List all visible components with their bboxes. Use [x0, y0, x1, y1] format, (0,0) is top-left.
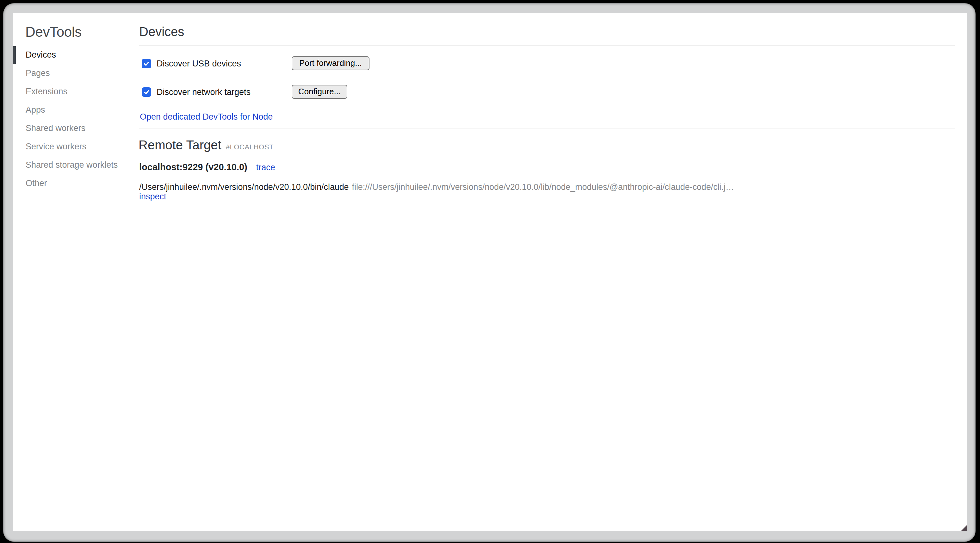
page-title: Devices	[139, 25, 184, 38]
open-node-devtools-link[interactable]: Open dedicated DevTools for Node	[140, 112, 273, 121]
sidebar-item-label: Pages	[25, 68, 50, 78]
page-content: DevTools Devices Pages Extensions Apps S…	[13, 12, 967, 531]
port-forwarding-button[interactable]: Port forwarding...	[292, 56, 369, 70]
divider	[139, 128, 955, 129]
discover-network-row: Discover network targets	[142, 85, 251, 99]
target-row: localhost:9229 (v20.10.0) trace	[139, 162, 275, 172]
target-path-row: /Users/jinhuilee/.nvm/versions/node/v20.…	[139, 182, 734, 191]
sidebar-item-label: Service workers	[25, 142, 86, 151]
screen: DevTools Devices Pages Extensions Apps S…	[0, 0, 980, 543]
sidebar: Devices Pages Extensions Apps Shared wor…	[13, 46, 138, 193]
sidebar-item-other[interactable]: Other	[13, 174, 138, 193]
sidebar-item-label: Apps	[25, 105, 45, 115]
sidebar-title: DevTools	[25, 24, 82, 39]
sidebar-item-label: Extensions	[25, 87, 67, 96]
discover-network-checkbox[interactable]	[142, 87, 151, 97]
sidebar-item-shared-storage-worklets[interactable]: Shared storage worklets	[13, 156, 138, 174]
sidebar-item-shared-workers[interactable]: Shared workers	[13, 119, 138, 137]
configure-button[interactable]: Configure...	[292, 84, 347, 99]
discover-usb-checkbox[interactable]	[142, 59, 151, 68]
app-window: DevTools Devices Pages Extensions Apps S…	[3, 3, 975, 542]
discover-usb-label: Discover USB devices	[157, 59, 241, 68]
trace-link[interactable]: trace	[256, 162, 275, 172]
remote-target-title: Remote Target	[138, 138, 221, 152]
checkmark-icon	[143, 88, 150, 95]
sidebar-item-devices[interactable]: Devices	[13, 46, 138, 64]
remote-target-header: Remote Target #LOCALHOST	[138, 138, 274, 152]
sidebar-item-service-workers[interactable]: Service workers	[13, 137, 138, 156]
sidebar-item-pages[interactable]: Pages	[13, 64, 138, 82]
checkmark-icon	[143, 60, 150, 67]
discover-usb-row: Discover USB devices	[142, 56, 241, 70]
sidebar-item-label: Devices	[25, 50, 56, 59]
sidebar-item-label: Shared storage worklets	[25, 160, 118, 170]
sidebar-item-label: Shared workers	[25, 123, 86, 133]
resize-grip-icon[interactable]	[961, 524, 967, 531]
sidebar-item-extensions[interactable]: Extensions	[13, 82, 138, 100]
discover-network-label: Discover network targets	[157, 87, 251, 97]
process-path: /Users/jinhuilee/.nvm/versions/node/v20.…	[139, 182, 349, 191]
divider	[139, 45, 955, 45]
target-name: localhost:9229 (v20.10.0)	[139, 162, 247, 172]
inspect-link[interactable]: inspect	[139, 192, 166, 201]
sidebar-item-label: Other	[25, 178, 47, 188]
localhost-tag: #LOCALHOST	[226, 143, 274, 150]
sidebar-item-apps[interactable]: Apps	[13, 100, 138, 119]
selection-indicator	[13, 46, 16, 64]
file-url: file:///Users/jinhuilee/.nvm/versions/no…	[352, 182, 734, 191]
